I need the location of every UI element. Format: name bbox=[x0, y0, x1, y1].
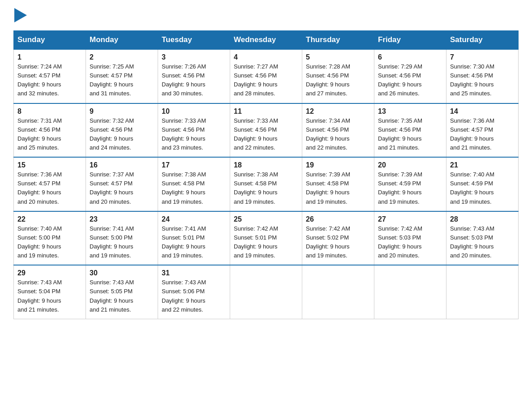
calendar-cell: 6Sunrise: 7:29 AMSunset: 4:56 PMDaylight… bbox=[374, 49, 446, 103]
calendar-cell: 15Sunrise: 7:36 AMSunset: 4:57 PMDayligh… bbox=[14, 157, 86, 211]
day-info: Sunrise: 7:40 AMSunset: 5:00 PMDaylight:… bbox=[17, 224, 82, 261]
day-info: Sunrise: 7:28 AMSunset: 4:56 PMDaylight:… bbox=[306, 62, 370, 98]
calendar-cell: 26Sunrise: 7:42 AMSunset: 5:02 PMDayligh… bbox=[302, 211, 374, 265]
calendar-cell: 3Sunrise: 7:26 AMSunset: 4:56 PMDaylight… bbox=[158, 49, 230, 103]
day-number: 26 bbox=[306, 215, 370, 223]
calendar-cell: 1Sunrise: 7:24 AMSunset: 4:57 PMDaylight… bbox=[14, 49, 86, 103]
day-number: 8 bbox=[17, 107, 82, 116]
calendar-header-monday: Monday bbox=[86, 31, 158, 50]
calendar-header-row: SundayMondayTuesdayWednesdayThursdayFrid… bbox=[14, 31, 519, 50]
day-number: 4 bbox=[234, 53, 298, 61]
calendar-cell: 28Sunrise: 7:43 AMSunset: 5:03 PMDayligh… bbox=[446, 211, 519, 265]
day-number: 20 bbox=[378, 161, 442, 169]
calendar-cell bbox=[374, 265, 446, 319]
calendar-cell bbox=[446, 265, 519, 319]
day-number: 12 bbox=[306, 107, 370, 116]
day-number: 16 bbox=[90, 161, 154, 169]
day-number: 10 bbox=[162, 107, 226, 116]
day-number: 7 bbox=[450, 53, 515, 61]
day-info: Sunrise: 7:25 AMSunset: 4:57 PMDaylight:… bbox=[90, 62, 154, 98]
page-header bbox=[13, 9, 519, 22]
day-info: Sunrise: 7:29 AMSunset: 4:56 PMDaylight:… bbox=[378, 62, 442, 98]
calendar-cell: 8Sunrise: 7:31 AMSunset: 4:56 PMDaylight… bbox=[14, 103, 86, 158]
day-info: Sunrise: 7:27 AMSunset: 4:56 PMDaylight:… bbox=[234, 62, 298, 98]
calendar-cell: 14Sunrise: 7:36 AMSunset: 4:57 PMDayligh… bbox=[446, 103, 519, 158]
calendar-cell: 5Sunrise: 7:28 AMSunset: 4:56 PMDaylight… bbox=[302, 49, 374, 103]
day-number: 29 bbox=[17, 269, 82, 277]
calendar-cell: 2Sunrise: 7:25 AMSunset: 4:57 PMDaylight… bbox=[86, 49, 158, 103]
day-number: 19 bbox=[306, 161, 370, 169]
day-info: Sunrise: 7:36 AMSunset: 4:57 PMDaylight:… bbox=[450, 116, 515, 153]
day-info: Sunrise: 7:42 AMSunset: 5:02 PMDaylight:… bbox=[306, 224, 370, 261]
calendar-cell: 13Sunrise: 7:35 AMSunset: 4:56 PMDayligh… bbox=[374, 103, 446, 158]
day-info: Sunrise: 7:38 AMSunset: 4:58 PMDaylight:… bbox=[234, 170, 298, 206]
calendar-cell: 12Sunrise: 7:34 AMSunset: 4:56 PMDayligh… bbox=[302, 103, 374, 158]
day-number: 27 bbox=[378, 215, 442, 223]
calendar-cell: 7Sunrise: 7:30 AMSunset: 4:56 PMDaylight… bbox=[446, 49, 519, 103]
day-info: Sunrise: 7:30 AMSunset: 4:56 PMDaylight:… bbox=[450, 62, 515, 98]
day-info: Sunrise: 7:39 AMSunset: 4:59 PMDaylight:… bbox=[378, 170, 442, 206]
day-info: Sunrise: 7:43 AMSunset: 5:03 PMDaylight:… bbox=[450, 224, 515, 261]
day-number: 31 bbox=[162, 269, 226, 277]
day-number: 14 bbox=[450, 107, 515, 116]
day-info: Sunrise: 7:33 AMSunset: 4:56 PMDaylight:… bbox=[162, 116, 226, 153]
day-number: 13 bbox=[378, 107, 442, 116]
calendar-cell: 9Sunrise: 7:32 AMSunset: 4:56 PMDaylight… bbox=[86, 103, 158, 158]
day-number: 17 bbox=[162, 161, 226, 169]
calendar-cell bbox=[230, 265, 302, 319]
day-info: Sunrise: 7:36 AMSunset: 4:57 PMDaylight:… bbox=[17, 170, 82, 206]
calendar-cell: 27Sunrise: 7:42 AMSunset: 5:03 PMDayligh… bbox=[374, 211, 446, 265]
day-number: 3 bbox=[162, 53, 226, 61]
day-number: 5 bbox=[306, 53, 370, 61]
day-info: Sunrise: 7:24 AMSunset: 4:57 PMDaylight:… bbox=[17, 62, 82, 98]
calendar-cell: 17Sunrise: 7:38 AMSunset: 4:58 PMDayligh… bbox=[158, 157, 230, 211]
day-number: 18 bbox=[234, 161, 298, 169]
day-number: 1 bbox=[17, 53, 82, 61]
day-info: Sunrise: 7:43 AMSunset: 5:04 PMDaylight:… bbox=[17, 278, 82, 314]
day-info: Sunrise: 7:34 AMSunset: 4:56 PMDaylight:… bbox=[306, 116, 370, 153]
day-info: Sunrise: 7:39 AMSunset: 4:58 PMDaylight:… bbox=[306, 170, 370, 206]
calendar-week-row: 29Sunrise: 7:43 AMSunset: 5:04 PMDayligh… bbox=[14, 265, 519, 319]
day-info: Sunrise: 7:42 AMSunset: 5:03 PMDaylight:… bbox=[378, 224, 442, 261]
day-info: Sunrise: 7:40 AMSunset: 4:59 PMDaylight:… bbox=[450, 170, 515, 206]
day-number: 2 bbox=[90, 53, 154, 61]
day-number: 6 bbox=[378, 53, 442, 61]
calendar-header-saturday: Saturday bbox=[446, 31, 519, 50]
day-number: 28 bbox=[450, 215, 515, 223]
day-number: 15 bbox=[17, 161, 82, 169]
logo-arrow-icon bbox=[14, 8, 27, 22]
day-info: Sunrise: 7:32 AMSunset: 4:56 PMDaylight:… bbox=[90, 116, 154, 153]
day-number: 21 bbox=[450, 161, 515, 169]
calendar-cell: 20Sunrise: 7:39 AMSunset: 4:59 PMDayligh… bbox=[374, 157, 446, 211]
calendar-cell: 22Sunrise: 7:40 AMSunset: 5:00 PMDayligh… bbox=[14, 211, 86, 265]
calendar-header-sunday: Sunday bbox=[14, 31, 86, 50]
day-number: 24 bbox=[162, 215, 226, 223]
day-info: Sunrise: 7:33 AMSunset: 4:56 PMDaylight:… bbox=[234, 116, 298, 153]
calendar-cell: 10Sunrise: 7:33 AMSunset: 4:56 PMDayligh… bbox=[158, 103, 230, 158]
calendar-cell: 30Sunrise: 7:43 AMSunset: 5:05 PMDayligh… bbox=[86, 265, 158, 319]
calendar-cell: 29Sunrise: 7:43 AMSunset: 5:04 PMDayligh… bbox=[14, 265, 86, 319]
calendar-week-row: 22Sunrise: 7:40 AMSunset: 5:00 PMDayligh… bbox=[14, 211, 519, 265]
day-info: Sunrise: 7:38 AMSunset: 4:58 PMDaylight:… bbox=[162, 170, 226, 206]
calendar-cell: 25Sunrise: 7:42 AMSunset: 5:01 PMDayligh… bbox=[230, 211, 302, 265]
day-number: 30 bbox=[90, 269, 154, 277]
calendar-cell: 21Sunrise: 7:40 AMSunset: 4:59 PMDayligh… bbox=[446, 157, 519, 211]
calendar-cell: 4Sunrise: 7:27 AMSunset: 4:56 PMDaylight… bbox=[230, 49, 302, 103]
day-info: Sunrise: 7:35 AMSunset: 4:56 PMDaylight:… bbox=[378, 116, 442, 153]
calendar-cell: 31Sunrise: 7:43 AMSunset: 5:06 PMDayligh… bbox=[158, 265, 230, 319]
day-info: Sunrise: 7:43 AMSunset: 5:06 PMDaylight:… bbox=[162, 278, 226, 314]
day-number: 22 bbox=[17, 215, 82, 223]
day-number: 11 bbox=[234, 107, 298, 116]
calendar-header-friday: Friday bbox=[374, 31, 446, 50]
day-info: Sunrise: 7:43 AMSunset: 5:05 PMDaylight:… bbox=[90, 278, 154, 314]
calendar-table: SundayMondayTuesdayWednesdayThursdayFrid… bbox=[13, 30, 519, 319]
calendar-cell: 18Sunrise: 7:38 AMSunset: 4:58 PMDayligh… bbox=[230, 157, 302, 211]
day-info: Sunrise: 7:31 AMSunset: 4:56 PMDaylight:… bbox=[17, 116, 82, 153]
day-number: 25 bbox=[234, 215, 298, 223]
day-info: Sunrise: 7:37 AMSunset: 4:57 PMDaylight:… bbox=[90, 170, 154, 206]
day-number: 23 bbox=[90, 215, 154, 223]
calendar-header-tuesday: Tuesday bbox=[158, 31, 230, 50]
calendar-cell: 23Sunrise: 7:41 AMSunset: 5:00 PMDayligh… bbox=[86, 211, 158, 265]
day-number: 9 bbox=[90, 107, 154, 116]
day-info: Sunrise: 7:41 AMSunset: 5:00 PMDaylight:… bbox=[90, 224, 154, 261]
